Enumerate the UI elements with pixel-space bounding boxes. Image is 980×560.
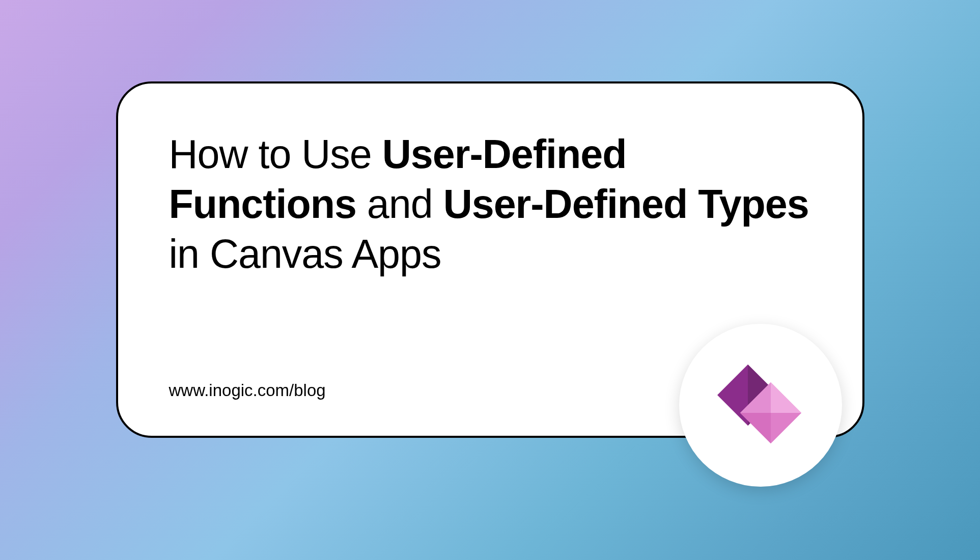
page-title: How to Use User-Defined Functions and Us…	[169, 129, 811, 279]
page-background: How to Use User-Defined Functions and Us…	[0, 0, 980, 560]
blog-url: www.inogic.com/blog	[169, 381, 326, 400]
content-card: How to Use User-Defined Functions and Us…	[116, 81, 864, 438]
title-text-1: How to Use	[169, 131, 382, 177]
title-text-2: and	[356, 181, 443, 227]
title-bold-2: User-Defined Types	[443, 181, 809, 227]
logo-badge	[679, 324, 842, 487]
title-text-3: in Canvas Apps	[169, 231, 441, 276]
power-apps-icon	[710, 354, 811, 456]
